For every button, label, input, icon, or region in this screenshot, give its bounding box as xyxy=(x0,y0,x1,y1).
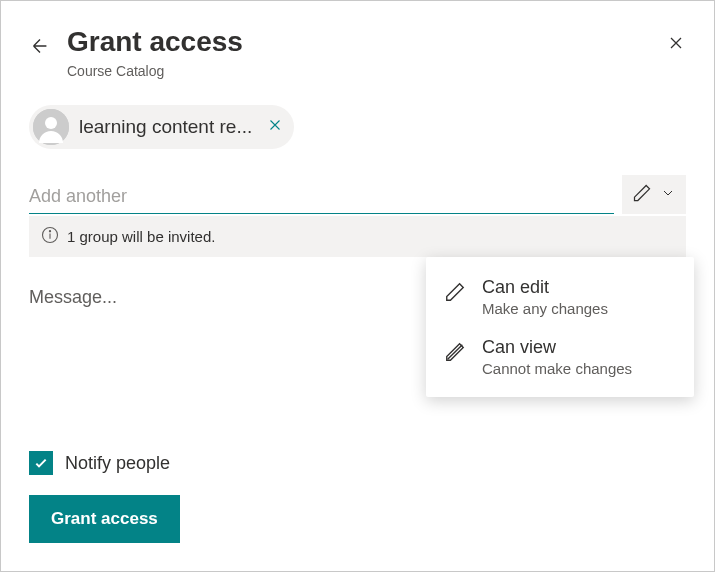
notify-label: Notify people xyxy=(65,453,170,474)
svg-line-5 xyxy=(448,345,463,360)
chip-label: learning content re... xyxy=(79,116,252,138)
grant-access-button[interactable]: Grant access xyxy=(29,495,180,543)
pencil-icon xyxy=(632,183,652,206)
pencil-icon xyxy=(444,281,466,307)
add-another-input[interactable] xyxy=(29,186,614,207)
info-text: 1 group will be invited. xyxy=(67,228,215,245)
dropdown-item-title: Can edit xyxy=(482,277,676,298)
close-button[interactable] xyxy=(666,33,686,57)
dropdown-item-title: Can view xyxy=(482,337,676,358)
chip-remove-button[interactable] xyxy=(266,116,284,138)
dropdown-item-desc: Cannot make changes xyxy=(482,360,676,377)
notify-checkbox[interactable] xyxy=(29,451,53,475)
notify-checkbox-row[interactable]: Notify people xyxy=(29,451,180,475)
permission-selector-button[interactable] xyxy=(622,175,686,214)
dialog-subtitle: Course Catalog xyxy=(67,63,666,79)
chevron-down-icon xyxy=(660,185,676,204)
svg-point-4 xyxy=(49,230,50,231)
dropdown-item-can-view[interactable]: Can view Cannot make changes xyxy=(426,327,694,387)
add-another-wrap xyxy=(29,186,614,214)
avatar xyxy=(33,109,69,145)
dropdown-item-can-edit[interactable]: Can edit Make any changes xyxy=(426,267,694,327)
info-banner: 1 group will be invited. xyxy=(29,216,686,257)
no-edit-icon xyxy=(444,341,466,367)
permission-dropdown: Can edit Make any changes Can view Canno… xyxy=(426,257,694,397)
title-block: Grant access Course Catalog xyxy=(67,25,666,79)
person-chip[interactable]: learning content re... xyxy=(29,105,294,149)
back-button[interactable] xyxy=(29,35,51,61)
info-icon xyxy=(41,226,59,247)
svg-point-1 xyxy=(45,117,57,129)
dropdown-item-desc: Make any changes xyxy=(482,300,676,317)
dialog-title: Grant access xyxy=(67,25,666,59)
